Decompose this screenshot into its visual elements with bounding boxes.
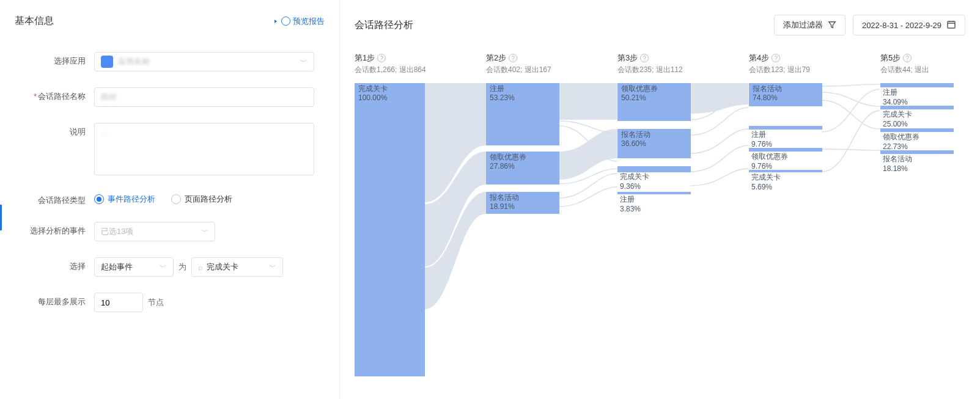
section-title: 基本信息 [15,15,54,27]
sankey-node-label: 领取优惠券9.76% [751,152,788,171]
sankey-node[interactable] [880,128,954,132]
node-pct: 36.60% [621,139,687,148]
chevron-down-icon: ﹀ [160,262,167,273]
left-panel: 基本信息 预览报告 选择应用 应用名称 ﹀ *会话路径名称 路径 说明 [0,0,340,399]
sankey-node[interactable] [617,192,691,194]
app-select-text: 应用名称 [118,56,150,67]
node-pct: 5.69% [751,183,772,191]
right-panel: 会话路径分析 添加过滤器 2022-8-31 - 2022-9-29 第1步? … [340,0,980,399]
left-active-indicator [0,205,2,230]
sankey-node[interactable] [617,166,691,172]
node-pct: 25.00% [883,120,908,128]
node-pct: 9.76% [751,140,772,148]
sankey-node[interactable]: 领取优惠券 27.86% [486,152,559,185]
label-name: *会话路径名称 [15,87,94,102]
sankey-node[interactable]: 领取优惠券 50.21% [617,83,691,121]
sankey-node[interactable] [880,83,954,87]
label-desc: 说明 [15,123,94,137]
step-header-2: 第2步? 会话数402; 退出167 [486,53,551,75]
chevron-down-icon: ﹀ [300,57,308,67]
app-select[interactable]: 应用名称 ﹀ [94,52,314,71]
label-app: 选择应用 [15,52,94,67]
sankey-node-label: 完成关卡9.36% [620,172,649,191]
row-desc: 说明 … [15,123,325,175]
node-pct: 3.83% [620,205,641,213]
chevron-down-icon: ﹀ [269,262,276,273]
sankey-node[interactable] [749,170,822,172]
node-pct: 9.76% [751,162,772,170]
row-type: 会话路径类型 事件路径分析 页面路径分析 [15,191,325,206]
max-nodes-input[interactable] [94,293,143,312]
node-pct: 18.18% [883,164,908,173]
right-header: 会话路径分析 添加过滤器 2022-8-31 - 2022-9-29 [355,15,965,35]
row-events: 选择分析的事件 已选13项 ﹀ [15,222,325,241]
sankey-chart: 第1步? 会话数1,266; 退出864 第2步? 会话数402; 退出167 … [355,53,965,383]
right-controls: 添加过滤器 2022-8-31 - 2022-9-29 [774,15,965,35]
sankey-node-label: 注册9.76% [751,130,772,149]
sankey-node[interactable]: 报名活动 18.91% [486,192,559,214]
sankey-node[interactable] [880,106,954,109]
node-pct: 27.86% [490,162,556,171]
chevron-down-icon: ﹀ [201,227,208,237]
search-icon: ⌕ [198,263,203,272]
help-icon[interactable]: ? [509,54,517,62]
node-pct: 53.23% [490,93,556,103]
step-header-4: 第4步? 会话数123; 退出79 [749,53,810,75]
analysis-title: 会话路径分析 [355,19,413,32]
label-type: 会话路径类型 [15,191,94,206]
node-pct: 50.21% [621,93,687,103]
label-as: 为 [179,262,186,273]
row-max-nodes: 每层最多展示 节点 [15,293,325,312]
sankey-node-label: 注册34.09% [883,88,908,107]
svg-rect-0 [948,21,955,28]
sankey-node-label: 完成关卡5.69% [751,173,781,192]
radio-page-path[interactable]: 页面路径分析 [171,194,232,205]
step-header-1: 第1步? 会话数1,266; 退出864 [355,53,426,75]
label-max-nodes: 每层最多展示 [15,293,94,307]
sankey-node[interactable]: 报名活动 36.60% [617,129,691,158]
radio-event-path[interactable]: 事件路径分析 [94,194,155,205]
label-select: 选择 [15,257,94,272]
calendar-icon [946,20,956,31]
help-icon[interactable]: ? [640,54,649,62]
date-range-button[interactable]: 2022-8-31 - 2022-9-29 [853,15,965,35]
sankey-node[interactable]: 注册 53.23% [486,83,559,145]
app-badge-icon [101,56,113,68]
filter-icon [828,21,836,29]
node-suffix-label: 节点 [148,297,164,308]
row-select: 选择 起始事件 ﹀ 为 ⌕ 完成关卡 ﹀ [15,257,325,277]
sankey-node[interactable] [880,150,954,154]
radio-dot-icon [94,194,104,204]
preview-report-link[interactable]: 预览报告 [281,16,325,27]
node-pct: 9.36% [620,182,641,191]
path-type-radio-group: 事件路径分析 页面路径分析 [94,191,314,205]
sankey-node-label: 注册3.83% [620,195,641,214]
step-header-3: 第3步? 会话数235; 退出112 [617,53,683,75]
help-icon[interactable]: ? [772,54,780,62]
add-filter-button[interactable]: 添加过滤器 [774,15,846,35]
label-events: 选择分析的事件 [15,222,94,236]
row-name: *会话路径名称 路径 [15,87,325,107]
target-event-select[interactable]: ⌕ 完成关卡 ﹀ [191,257,283,277]
path-name-input[interactable]: 路径 [94,87,314,107]
sankey-node[interactable]: 报名活动 74.80% [749,83,822,106]
sankey-node-label: 领取优惠券22.73% [883,133,919,152]
selected-events-select[interactable]: 已选13项 ﹀ [94,222,215,241]
help-icon[interactable]: ? [377,54,386,62]
node-pct: 18.91% [490,202,556,211]
left-header: 基本信息 预览报告 [15,15,325,27]
help-icon[interactable]: ? [903,54,912,62]
desc-textarea[interactable]: … [94,123,314,175]
step-header-5: 第5步? 会话数44; 退出 [880,53,929,75]
radio-dot-icon [171,194,181,204]
node-pct: 100.00% [358,93,421,103]
node-pct: 74.80% [753,93,819,103]
sankey-node[interactable] [749,148,822,152]
sankey-node-label: 完成关卡25.00% [883,110,912,129]
sankey-node[interactable]: 完成关卡 100.00% [355,83,425,376]
start-event-select[interactable]: 起始事件 ﹀ [94,257,174,277]
sankey-node[interactable] [749,126,822,130]
node-pct: 22.73% [883,142,908,151]
node-pct: 34.09% [883,98,908,106]
preview-report-label: 预览报告 [293,16,325,27]
